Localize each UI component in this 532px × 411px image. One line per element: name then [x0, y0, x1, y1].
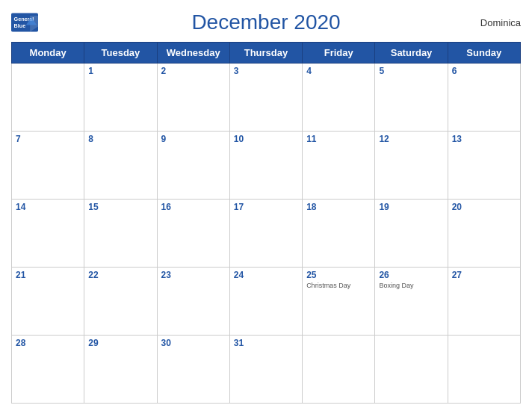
- day-number: 22: [88, 270, 152, 280]
- calendar-cell: 7: [12, 132, 84, 200]
- calendar-cell: 25Christmas Day: [303, 268, 375, 336]
- calendar-cell: 4: [303, 64, 375, 132]
- day-number: 25: [306, 270, 371, 280]
- month-title: December 2020: [191, 10, 340, 34]
- day-number: 27: [452, 270, 516, 280]
- day-number: 17: [234, 202, 298, 212]
- calendar-cell: 29: [84, 336, 157, 404]
- day-number: 29: [88, 338, 152, 348]
- day-number: 19: [379, 202, 443, 212]
- calendar-cell: 9: [157, 132, 229, 200]
- week-row-4: 2122232425Christmas Day26Boxing Day27: [12, 268, 521, 336]
- day-number: 3: [234, 66, 298, 76]
- day-number: 10: [234, 134, 298, 144]
- week-row-3: 14151617181920: [12, 200, 521, 268]
- day-number: 18: [306, 202, 371, 212]
- calendar-header: General Blue December 2020 Dominica: [11, 7, 521, 37]
- header-friday: Friday: [303, 43, 375, 64]
- calendar-cell: 30: [157, 336, 229, 404]
- day-number: 6: [452, 66, 516, 76]
- calendar-cell: [375, 336, 448, 404]
- day-number: 4: [306, 66, 371, 76]
- day-number: 21: [16, 270, 80, 280]
- calendar-cell: 16: [157, 200, 229, 268]
- calendar-cell: 21: [12, 268, 84, 336]
- calendar-cell: 19: [375, 200, 448, 268]
- calendar-cell: 28: [12, 336, 84, 404]
- header-wednesday: Wednesday: [157, 43, 229, 64]
- day-number: 30: [161, 338, 226, 348]
- day-number: 12: [379, 134, 443, 144]
- calendar-cell: 15: [84, 200, 157, 268]
- calendar-cell: [448, 336, 520, 404]
- day-number: 26: [379, 270, 443, 280]
- calendar-cell: 23: [157, 268, 229, 336]
- week-row-1: 123456: [12, 64, 521, 132]
- header-saturday: Saturday: [375, 43, 448, 64]
- calendar-cell: 1: [84, 64, 157, 132]
- day-number: 20: [452, 202, 516, 212]
- country-label: Dominica: [480, 17, 521, 28]
- day-number: 15: [88, 202, 152, 212]
- holiday-label: Boxing Day: [379, 282, 443, 289]
- calendar-cell: 13: [448, 132, 520, 200]
- day-number: 23: [161, 270, 226, 280]
- calendar-cell: 6: [448, 64, 520, 132]
- calendar-cell: 31: [229, 336, 302, 404]
- days-header-row: Monday Tuesday Wednesday Thursday Friday…: [12, 43, 521, 64]
- calendar-cell: 8: [84, 132, 157, 200]
- header-sunday: Sunday: [448, 43, 520, 64]
- header-thursday: Thursday: [229, 43, 302, 64]
- header-monday: Monday: [12, 43, 84, 64]
- calendar-cell: 22: [84, 268, 157, 336]
- calendar-cell: 5: [375, 64, 448, 132]
- day-number: 7: [16, 134, 80, 144]
- day-number: 31: [234, 338, 298, 348]
- calendar-cell: [303, 336, 375, 404]
- day-number: 9: [161, 134, 226, 144]
- day-number: 24: [234, 270, 298, 280]
- holiday-label: Christmas Day: [306, 282, 371, 289]
- calendar-cell: 26Boxing Day: [375, 268, 448, 336]
- calendar-cell: 2: [157, 64, 229, 132]
- header-tuesday: Tuesday: [84, 43, 157, 64]
- calendar-cell: 27: [448, 268, 520, 336]
- week-row-2: 78910111213: [12, 132, 521, 200]
- svg-text:Blue: Blue: [14, 22, 26, 29]
- day-number: 5: [379, 66, 443, 76]
- calendar-cell: 14: [12, 200, 84, 268]
- day-number: 8: [88, 134, 152, 144]
- day-number: 1: [88, 66, 152, 76]
- calendar-cell: 24: [229, 268, 302, 336]
- day-number: 13: [452, 134, 516, 144]
- calendar-cell: 20: [448, 200, 520, 268]
- calendar-cell: 12: [375, 132, 448, 200]
- day-number: 28: [16, 338, 80, 348]
- day-number: 11: [306, 134, 371, 144]
- day-number: 14: [16, 202, 80, 212]
- calendar-cell: 11: [303, 132, 375, 200]
- day-number: 16: [161, 202, 226, 212]
- calendar-table: Monday Tuesday Wednesday Thursday Friday…: [11, 42, 521, 404]
- day-number: 2: [161, 66, 226, 76]
- calendar-cell: [12, 64, 84, 132]
- calendar-cell: 18: [303, 200, 375, 268]
- calendar-cell: 10: [229, 132, 302, 200]
- calendar-cell: 3: [229, 64, 302, 132]
- calendar-cell: 17: [229, 200, 302, 268]
- logo: General Blue: [11, 13, 38, 32]
- week-row-5: 28293031: [12, 336, 521, 404]
